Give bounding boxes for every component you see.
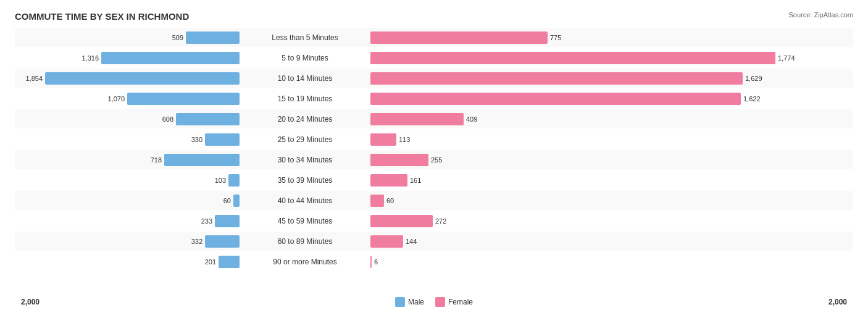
right-section: 6 <box>367 256 853 268</box>
female-bar <box>370 31 548 44</box>
left-inner: 332 <box>15 235 240 248</box>
right-section: 144 <box>367 235 853 248</box>
chart-title: COMMUTE TIME BY SEX IN RICHMOND <box>15 11 853 22</box>
female-value: 6 <box>374 258 378 266</box>
female-value: 1,774 <box>778 54 795 62</box>
row-label: 60 to 89 Minutes <box>243 237 367 246</box>
right-section: 775 <box>367 31 853 44</box>
female-value: 1,629 <box>745 75 762 82</box>
legend-box-male <box>395 297 405 307</box>
left-section: 330 <box>15 133 243 146</box>
axis-label-left: 2,000 <box>21 298 40 306</box>
female-value: 113 <box>399 136 410 143</box>
chart-row: 1,316 5 to 9 Minutes 1,774 <box>15 48 853 67</box>
chart-row: 509 Less than 5 Minutes 775 <box>15 28 853 47</box>
left-inner: 103 <box>15 174 240 187</box>
row-label: 40 to 44 Minutes <box>243 196 367 205</box>
right-section: 272 <box>367 215 853 227</box>
male-value: 233 <box>201 217 212 225</box>
male-value: 718 <box>151 156 162 164</box>
right-section: 60 <box>367 195 853 207</box>
chart-row: 718 30 to 34 Minutes 255 <box>15 150 853 169</box>
chart-row: 332 60 to 89 Minutes 144 <box>15 232 853 251</box>
chart-row: 1,070 15 to 19 Minutes 1,622 <box>15 89 853 108</box>
female-bar <box>370 215 433 227</box>
left-inner: 1,070 <box>15 93 240 105</box>
left-section: 332 <box>15 235 243 248</box>
chart-area: 509 Less than 5 Minutes 775 1,316 5 to 9… <box>15 28 853 293</box>
female-bar <box>370 256 372 268</box>
left-section: 201 <box>15 256 243 268</box>
male-bar <box>228 174 240 187</box>
left-inner: 233 <box>15 215 240 227</box>
source-label: Source: ZipAtlas.com <box>788 11 853 19</box>
female-bar <box>370 72 743 85</box>
female-value: 60 <box>386 197 394 204</box>
left-inner: 1,316 <box>15 52 240 64</box>
left-inner: 718 <box>15 154 240 166</box>
male-bar <box>176 113 240 125</box>
row-label: 45 to 59 Minutes <box>243 217 367 225</box>
left-inner: 201 <box>15 256 240 268</box>
left-section: 103 <box>15 174 243 187</box>
left-section: 60 <box>15 195 243 207</box>
female-bar <box>370 93 741 105</box>
legend-item-female: Female <box>435 297 473 307</box>
row-label: Less than 5 Minutes <box>243 33 367 42</box>
right-section: 255 <box>367 154 853 166</box>
male-bar <box>233 195 240 207</box>
chart-row: 201 90 or more Minutes 6 <box>15 252 853 271</box>
male-value: 330 <box>191 136 202 143</box>
row-label: 25 to 29 Minutes <box>243 135 367 144</box>
female-bar <box>370 174 407 187</box>
row-label: 30 to 34 Minutes <box>243 156 367 164</box>
row-label: 15 to 19 Minutes <box>243 94 367 103</box>
female-value: 775 <box>550 34 561 41</box>
right-section: 161 <box>367 174 853 187</box>
male-value: 201 <box>205 258 216 266</box>
right-section: 1,774 <box>367 52 853 64</box>
right-section: 1,629 <box>367 72 853 85</box>
male-bar <box>127 93 240 105</box>
male-value: 1,070 <box>107 95 125 103</box>
legend: Male Female <box>395 297 473 307</box>
female-value: 409 <box>466 115 477 123</box>
left-section: 1,854 <box>15 72 243 85</box>
right-section: 409 <box>367 113 853 125</box>
legend-male-label: Male <box>408 298 424 306</box>
chart-container: COMMUTE TIME BY SEX IN RICHMOND Source: … <box>0 0 868 323</box>
row-label: 20 to 24 Minutes <box>243 115 367 124</box>
chart-row: 103 35 to 39 Minutes 161 <box>15 170 853 190</box>
male-bar <box>215 215 240 227</box>
chart-row: 233 45 to 59 Minutes 272 <box>15 211 853 230</box>
left-inner: 509 <box>15 31 240 44</box>
left-inner: 608 <box>15 113 240 125</box>
male-value: 509 <box>172 34 183 41</box>
row-label: 35 to 39 Minutes <box>243 176 367 185</box>
male-bar <box>205 133 240 146</box>
left-section: 233 <box>15 215 243 227</box>
male-bar <box>186 31 240 44</box>
left-section: 509 <box>15 31 243 44</box>
male-bar <box>205 235 240 248</box>
male-bar <box>164 154 240 166</box>
left-inner: 1,854 <box>15 72 240 85</box>
legend-female-label: Female <box>448 298 473 306</box>
male-value: 608 <box>162 115 173 123</box>
female-value: 255 <box>431 156 442 164</box>
bottom-area: 2,000 Male Female 2,000 <box>15 297 853 307</box>
female-bar <box>370 52 775 64</box>
female-value: 144 <box>406 238 417 245</box>
male-bar <box>219 256 240 268</box>
row-label: 90 or more Minutes <box>243 258 367 266</box>
male-value: 1,854 <box>25 75 43 82</box>
left-section: 1,316 <box>15 52 243 64</box>
male-value: 60 <box>223 197 231 204</box>
left-section: 1,070 <box>15 93 243 105</box>
male-bar <box>45 72 240 85</box>
right-section: 113 <box>367 133 853 146</box>
chart-row: 1,854 10 to 14 Minutes 1,629 <box>15 69 853 88</box>
left-section: 608 <box>15 113 243 125</box>
female-bar <box>370 154 428 166</box>
male-bar <box>101 52 240 64</box>
